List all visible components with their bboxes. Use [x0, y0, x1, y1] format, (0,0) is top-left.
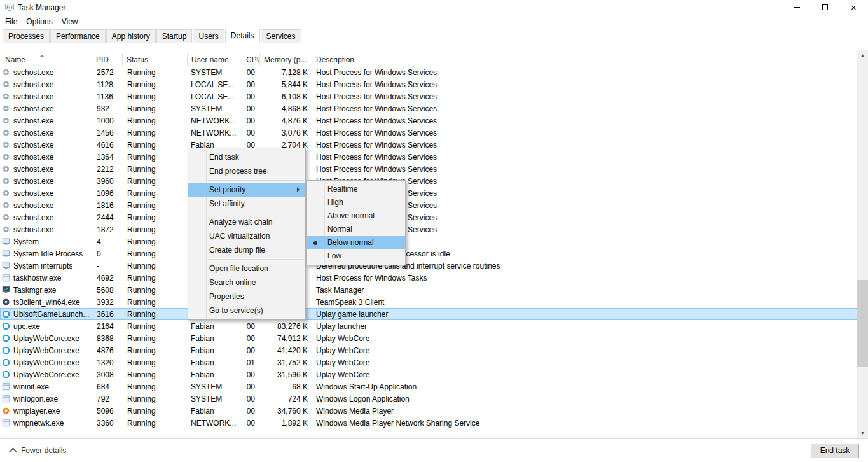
- process-row[interactable]: Taskmgr.exe5608RunningTask Manager: [0, 284, 857, 296]
- process-row[interactable]: svchost.exe2212RunningHost Process for W…: [0, 163, 857, 175]
- process-row[interactable]: wmpnetwk.exe3360RunningNETWORK...001,892…: [0, 417, 857, 429]
- column-header-name[interactable]: Name: [0, 53, 92, 66]
- menu-item-set-affinity[interactable]: Set affinity: [188, 197, 305, 211]
- process-row[interactable]: UplayWebCore.exe3008RunningFabian0031,59…: [0, 368, 857, 381]
- process-name: Taskmgr.exe: [13, 286, 56, 295]
- process-row[interactable]: wmplayer.exe5096RunningFabian0034,760 KW…: [0, 405, 857, 417]
- process-row[interactable]: svchost.exe1000RunningNETWORK...004,876 …: [0, 115, 857, 127]
- column-header-user[interactable]: User name: [188, 53, 242, 66]
- column-header-pid[interactable]: PID: [92, 53, 123, 66]
- column-header-mem[interactable]: Memory (p...: [260, 53, 312, 66]
- tab-startup[interactable]: Startup: [156, 29, 193, 43]
- fewer-details-toggle[interactable]: Fewer details: [9, 446, 66, 455]
- process-row[interactable]: winlogon.exe792RunningSYSTEM00724 KWindo…: [0, 393, 857, 405]
- scroll-up-arrow-icon[interactable]: ▲: [857, 50, 868, 60]
- menu-item-above-normal[interactable]: Above normal: [307, 209, 405, 223]
- process-status-cell: Running: [123, 201, 188, 210]
- process-name-cell: System: [0, 237, 92, 246]
- process-row[interactable]: svchost.exe1096RunningHost Process for W…: [0, 187, 857, 199]
- menu-item-normal[interactable]: Normal: [307, 223, 405, 236]
- menu-item-properties[interactable]: Properties: [188, 290, 305, 304]
- process-row[interactable]: svchost.exe1456RunningNETWORK...003,076 …: [0, 127, 857, 139]
- scrollbar-thumb[interactable]: [857, 280, 868, 367]
- process-row[interactable]: svchost.exe1364RunningHost Process for W…: [0, 151, 857, 163]
- process-row[interactable]: svchost.exe1816RunningHost Process for W…: [0, 199, 857, 211]
- menu-item-set-priority[interactable]: Set priority: [188, 183, 305, 197]
- process-name: svchost.exe: [13, 116, 53, 125]
- menubar-item-file[interactable]: File: [5, 16, 22, 27]
- menu-item-go-to-service-s[interactable]: Go to service(s): [188, 304, 305, 318]
- menu-item-create-dump-file[interactable]: Create dump file: [188, 243, 305, 257]
- column-header-desc[interactable]: Description: [312, 53, 857, 66]
- process-row[interactable]: svchost.exe2444RunningHost Process for W…: [0, 211, 857, 223]
- process-user-cell: NETWORK...: [188, 129, 242, 137]
- process-row[interactable]: svchost.exe2572RunningSYSTEM007,128 KHos…: [0, 66, 857, 78]
- process-row[interactable]: taskhostw.exe4692RunningHost Process for…: [0, 272, 857, 284]
- column-header-cpu[interactable]: CPU: [242, 53, 260, 66]
- menu-item-label: Set priority: [209, 185, 245, 194]
- process-row[interactable]: UplayWebCore.exe4876RunningFabian0041,42…: [0, 344, 857, 356]
- uplay-icon: [2, 310, 10, 318]
- process-memory-cell: 31,596 K: [260, 370, 312, 379]
- menu-item-search-online[interactable]: Search online: [188, 276, 305, 290]
- process-row[interactable]: ts3client_win64.exe3932RunningTeamSpeak …: [0, 296, 857, 308]
- process-row[interactable]: System interrupts-RunningDeferred proced…: [0, 260, 857, 272]
- process-row[interactable]: UplayWebCore.exe8368RunningFabian0074,91…: [0, 332, 857, 344]
- process-row[interactable]: wininit.exe684RunningSYSTEM0068 KWindows…: [0, 381, 857, 393]
- process-pid-cell: 4692: [92, 274, 123, 283]
- tab-performance[interactable]: Performance: [50, 29, 106, 43]
- uplay-icon: [2, 358, 10, 367]
- process-description-cell: Host Process for Windows Services: [312, 116, 857, 125]
- menu-item-analyze-wait-chain[interactable]: Analyze wait chain: [188, 215, 305, 229]
- process-status-cell: Running: [123, 165, 188, 174]
- process-status-cell: Running: [123, 129, 188, 137]
- tab-processes[interactable]: Processes: [3, 29, 50, 43]
- process-memory-cell: 68 K: [260, 382, 312, 391]
- process-row[interactable]: System Idle Process0RunningPercentage of…: [0, 248, 857, 260]
- process-pid-cell: 4616: [92, 141, 123, 150]
- end-task-button[interactable]: End task: [811, 444, 859, 458]
- tab-app-history[interactable]: App history: [106, 29, 156, 43]
- menubar-item-view[interactable]: View: [62, 16, 83, 27]
- uplay-icon: [2, 346, 10, 354]
- menu-item-high[interactable]: High: [307, 196, 405, 209]
- process-name-cell: Taskmgr.exe: [0, 286, 92, 295]
- process-name: svchost.exe: [13, 153, 53, 162]
- minimize-button[interactable]: [782, 0, 811, 15]
- process-row[interactable]: svchost.exe1872RunningHost Process for W…: [0, 223, 857, 235]
- process-name-cell: svchost.exe: [0, 129, 92, 137]
- process-row[interactable]: svchost.exe1136RunningLOCAL SE...006,108…: [0, 90, 857, 102]
- sort-ascending-icon: [39, 55, 45, 57]
- process-row[interactable]: svchost.exe1128RunningLOCAL SE...005,844…: [0, 78, 857, 90]
- process-row[interactable]: upc.exe2164RunningFabian0083,276 KUplay …: [0, 320, 857, 332]
- process-row[interactable]: UbisoftGameLaunch...3616RunningUplay gam…: [0, 308, 857, 320]
- menu-item-open-file-location[interactable]: Open file location: [188, 262, 305, 276]
- menu-item-realtime[interactable]: Realtime: [307, 183, 405, 196]
- menu-item-below-normal[interactable]: Below normal: [307, 236, 405, 249]
- process-row[interactable]: System4Running: [0, 235, 857, 248]
- process-name: System Idle Process: [13, 249, 83, 258]
- menubar-item-options[interactable]: Options: [26, 16, 57, 27]
- menu-item-end-task[interactable]: End task: [188, 150, 305, 164]
- process-name: winlogon.exe: [13, 395, 58, 403]
- process-status-cell: Running: [123, 370, 188, 379]
- vertical-scrollbar[interactable]: ▲ ▼: [857, 50, 868, 438]
- menu-item-end-process-tree[interactable]: End process tree: [188, 164, 305, 178]
- menu-item-uac-virtualization[interactable]: UAC virtualization: [188, 229, 305, 243]
- process-description-cell: Host Process for Windows Services: [312, 92, 857, 101]
- close-icon: [851, 4, 857, 11]
- process-user-cell: NETWORK...: [188, 419, 242, 428]
- tab-users[interactable]: Users: [193, 29, 224, 43]
- menu-item-low[interactable]: Low: [307, 249, 405, 263]
- maximize-button[interactable]: [811, 0, 839, 15]
- process-row[interactable]: svchost.exe3960RunningHost Process for W…: [0, 175, 857, 187]
- tab-services[interactable]: Services: [261, 29, 301, 43]
- process-description-cell: Uplay WebCore: [312, 346, 857, 355]
- scroll-down-arrow-icon[interactable]: ▼: [857, 428, 868, 438]
- process-row[interactable]: svchost.exe4616RunningFabian002,704 KHos…: [0, 139, 857, 151]
- tab-details[interactable]: Details: [225, 29, 260, 43]
- column-header-status[interactable]: Status: [123, 53, 188, 66]
- process-row[interactable]: svchost.exe932RunningSYSTEM004,868 KHost…: [0, 102, 857, 115]
- close-button[interactable]: [839, 0, 868, 15]
- process-row[interactable]: UplayWebCore.exe1320RunningFabian0131,75…: [0, 356, 857, 368]
